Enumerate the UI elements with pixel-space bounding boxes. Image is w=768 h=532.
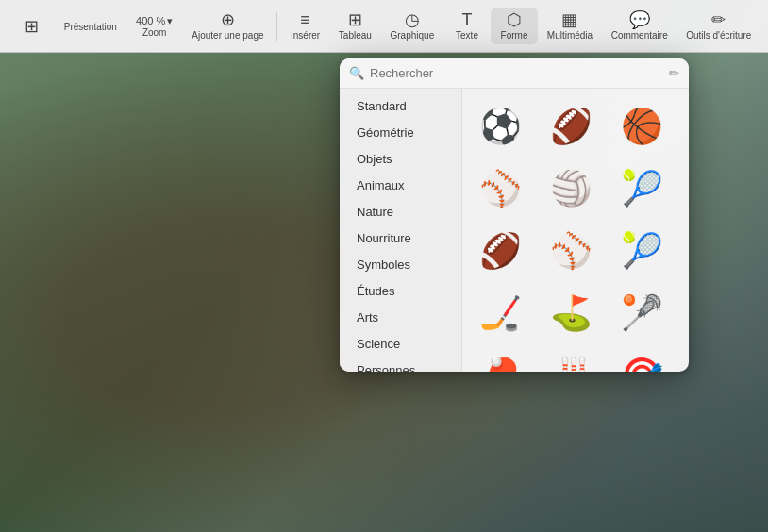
graphic-label: Graphique	[391, 30, 435, 41]
icon-item-volleyball[interactable]: 🏐	[543, 160, 599, 217]
category-item-science[interactable]: Science	[343, 331, 458, 357]
icon-item-ping-pong[interactable]: 🏓	[472, 347, 528, 372]
presentation-label: Présentation	[64, 22, 117, 32]
insert-label: Insérer	[291, 30, 320, 41]
sidebar-toggle-button[interactable]: ⊞	[8, 14, 55, 39]
comment-label: Commentaire	[611, 30, 668, 41]
add-page-label: Ajouter une page	[192, 30, 263, 41]
writing-tools-icon: ✏	[711, 11, 726, 28]
forme-icon: ⬡	[507, 11, 522, 28]
insert-button[interactable]: ≡ Insérer	[281, 8, 329, 44]
category-item-animaux[interactable]: Animaux	[343, 173, 458, 198]
table-icon: ⊞	[348, 11, 362, 28]
multimedia-icon: ▦	[561, 11, 577, 28]
text-label: Texte	[456, 30, 478, 41]
graphic-button[interactable]: ◷ Graphique	[381, 8, 443, 44]
table-label: Tableau	[339, 30, 372, 41]
category-list: StandardGéométrieObjetsAnimauxNatureNour…	[340, 89, 462, 372]
presentation-button[interactable]: Présentation	[55, 16, 126, 36]
zoom-value: 400 % ▾	[136, 15, 173, 27]
writing-tools-label: Outils d'écriture	[686, 30, 751, 41]
multimedia-button[interactable]: ▦ Multimédia	[538, 8, 602, 44]
icon-item-target[interactable]: 🎯	[614, 347, 671, 372]
zoom-control[interactable]: 400 % ▾ Zoom	[126, 11, 183, 42]
icon-item-bowling[interactable]: 🎳	[543, 347, 599, 372]
sidebar-icon: ⊞	[25, 18, 39, 35]
pen-icon[interactable]: ✏	[669, 66, 679, 80]
text-button[interactable]: T Texte	[443, 8, 491, 44]
icon-item-lacrosse[interactable]: 🥍	[614, 285, 671, 341]
forme-button[interactable]: ⬡ Forme	[491, 8, 538, 44]
icon-item-basketball[interactable]: 🏀	[614, 98, 671, 155]
category-item-geometrie[interactable]: Géométrie	[343, 120, 458, 145]
category-item-objets[interactable]: Objets	[343, 146, 458, 172]
emoji-picker-popup: 🔍 ✏ StandardGéométrieObjetsAnimauxNature…	[340, 58, 689, 372]
icon-item-hockey-stick[interactable]: 🏒	[472, 285, 528, 341]
search-icon: 🔍	[349, 66, 364, 80]
icon-item-tennis-racket[interactable]: 🎾	[614, 223, 671, 279]
writing-tools-button[interactable]: ✏ Outils d'écriture	[676, 8, 760, 44]
category-item-etudes[interactable]: Études	[343, 278, 458, 304]
table-button[interactable]: ⊞ Tableau	[329, 8, 381, 44]
category-item-nourriture[interactable]: Nourriture	[343, 225, 458, 251]
graphic-icon: ◷	[405, 11, 420, 28]
icon-item-football-helmet[interactable]: 🏈	[472, 223, 528, 279]
popup-content: StandardGéométrieObjetsAnimauxNatureNour…	[340, 89, 689, 372]
category-item-personnes[interactable]: Personnes	[343, 357, 458, 372]
icon-item-soccer-ball[interactable]: ⚽	[472, 98, 528, 155]
insert-icon: ≡	[300, 11, 310, 28]
forme-label: Forme	[501, 30, 528, 41]
add-page-icon: ⊕	[221, 11, 235, 28]
category-item-nature[interactable]: Nature	[343, 199, 458, 224]
category-item-arts[interactable]: Arts	[343, 305, 458, 330]
category-item-standard[interactable]: Standard	[343, 93, 458, 119]
search-input[interactable]	[370, 66, 663, 80]
add-page-button[interactable]: ⊕ Ajouter une page	[183, 8, 274, 44]
zoom-label: Zoom	[142, 27, 167, 38]
multimedia-label: Multimédia	[547, 30, 593, 41]
icon-item-baseball-bat[interactable]: ⚾	[543, 223, 599, 279]
comment-button[interactable]: 💬 Commentaire	[602, 8, 677, 44]
icon-item-golf-club[interactable]: ⛳	[543, 285, 599, 341]
icon-item-tennis-ball[interactable]: 🎾	[614, 160, 671, 217]
category-item-symboles[interactable]: Symboles	[343, 252, 458, 277]
icons-grid: ⚽🏈🏀⚾🏐🎾🏈⚾🎾🏒⛳🥍🏓🎳🎯🚲🚴🚣	[462, 89, 689, 372]
toolbar-divider-1	[276, 12, 277, 41]
search-bar: 🔍 ✏	[340, 58, 689, 89]
icon-item-football[interactable]: 🏈	[543, 98, 599, 155]
icon-item-baseball[interactable]: ⚾	[472, 160, 528, 217]
comment-icon: 💬	[629, 11, 650, 28]
toolbar: ⊞ Présentation 400 % ▾ Zoom ⊕ Ajouter un…	[0, 0, 768, 53]
text-icon: T	[462, 11, 473, 28]
